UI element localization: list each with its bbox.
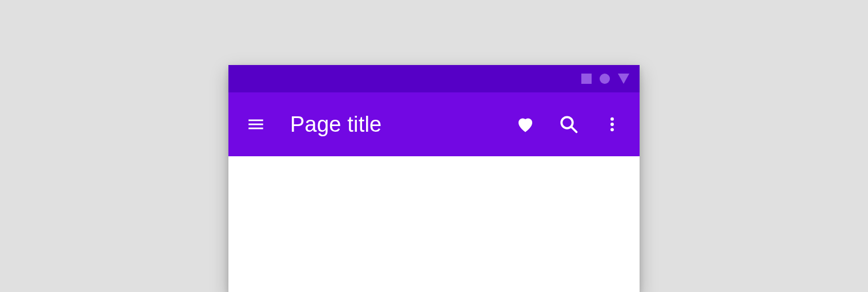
overflow-button[interactable] (598, 111, 626, 138)
svg-rect-2 (248, 128, 263, 129)
circle-icon (600, 74, 610, 84)
status-bar (228, 65, 640, 92)
favorite-button[interactable] (512, 111, 539, 138)
triangle-down-icon (618, 74, 629, 84)
app-bar: Page title (228, 92, 640, 156)
svg-rect-1 (248, 124, 263, 125)
device-frame: Page title (228, 65, 640, 292)
svg-point-5 (610, 117, 614, 121)
square-icon (581, 74, 592, 84)
status-bar-icons (581, 74, 629, 84)
heart-icon (515, 114, 536, 135)
svg-point-7 (610, 128, 614, 131)
svg-point-6 (610, 123, 614, 126)
app-bar-actions (512, 111, 626, 138)
menu-icon (246, 115, 266, 134)
svg-rect-0 (248, 120, 263, 121)
search-button[interactable] (555, 111, 582, 138)
svg-line-4 (572, 127, 577, 132)
nav-menu-button[interactable] (242, 111, 270, 138)
more-vert-icon (603, 115, 621, 133)
content-area (228, 156, 640, 292)
page-title: Page title (290, 112, 512, 137)
search-icon (558, 114, 579, 135)
